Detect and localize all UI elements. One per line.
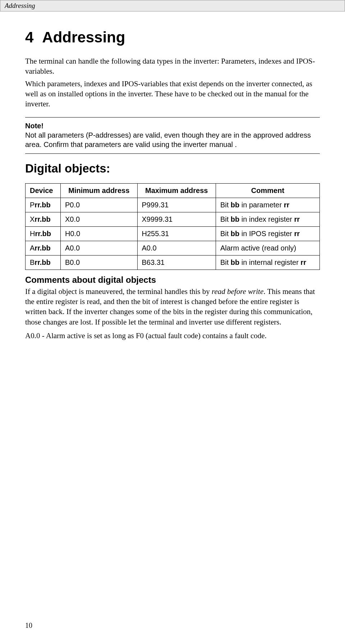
cell-comment: Bit bb in IPOS register rr (216, 226, 319, 241)
cell-device: Arr.bb (26, 241, 61, 255)
page-number: 10 (25, 621, 32, 630)
note-label: Note! (25, 121, 320, 130)
cell-device: Prr.bb (26, 198, 61, 212)
page-content: 4Addressing The terminal can handle the … (0, 12, 345, 341)
table-row: Hrr.bb H0.0 H255.31 Bit bb in IPOS regis… (26, 226, 320, 241)
table-row: Arr.bb A0.0 A0.0 Alarm active (read only… (26, 241, 320, 255)
cell-min: P0.0 (60, 198, 137, 212)
table-row: Prr.bb P0.0 P999.31 Bit bb in parameter … (26, 198, 320, 212)
cell-max: P999.31 (137, 198, 216, 212)
col-comment: Comment (216, 183, 319, 198)
emphasis: read before write (212, 287, 263, 296)
chapter-name: Addressing (42, 29, 125, 46)
comments-heading: Comments about digital objects (25, 275, 320, 285)
section-heading: Digital objects: (25, 162, 320, 175)
cell-comment: Bit bb in internal register rr (216, 255, 319, 270)
cell-comment: Bit bb in parameter rr (216, 198, 319, 212)
cell-min: H0.0 (60, 226, 137, 241)
col-max: Maximum address (137, 183, 216, 198)
cell-comment: Bit bb in index register rr (216, 212, 319, 226)
table-row: Xrr.bb X0.0 X9999.31 Bit bb in index reg… (26, 212, 320, 226)
chapter-title: 4Addressing (25, 29, 320, 46)
note-text: Not all parameters (P-addresses) are val… (25, 131, 311, 148)
note-box: Note! Not all parameters (P-addresses) a… (25, 117, 320, 154)
chapter-number: 4 (25, 29, 33, 46)
intro-paragraph-1: The terminal can handle the following da… (25, 56, 320, 77)
comments-paragraph-1: If a digital object is maneuvered, the t… (25, 286, 320, 327)
running-header: Addressing (0, 0, 345, 12)
cell-min: A0.0 (60, 241, 137, 255)
cell-min: X0.0 (60, 212, 137, 226)
col-device: Device (26, 183, 61, 198)
cell-max: A0.0 (137, 241, 216, 255)
digital-objects-table: Device Minimum address Maximum address C… (25, 183, 320, 270)
table-header-row: Device Minimum address Maximum address C… (26, 183, 320, 198)
cell-device: Hrr.bb (26, 226, 61, 241)
cell-max: X9999.31 (137, 212, 216, 226)
comments-paragraph-2: A0.0 - Alarm active is set as long as F0… (25, 331, 320, 341)
running-title: Addressing (5, 2, 35, 9)
cell-min: B0.0 (60, 255, 137, 270)
cell-comment: Alarm active (read only) (216, 241, 319, 255)
cell-device: Brr.bb (26, 255, 61, 270)
cell-max: B63.31 (137, 255, 216, 270)
cell-max: H255.31 (137, 226, 216, 241)
cell-device: Xrr.bb (26, 212, 61, 226)
intro-paragraph-2: Which parameters, indexes and IPOS-varia… (25, 79, 320, 109)
table-row: Brr.bb B0.0 B63.31 Bit bb in internal re… (26, 255, 320, 270)
col-min: Minimum address (60, 183, 137, 198)
